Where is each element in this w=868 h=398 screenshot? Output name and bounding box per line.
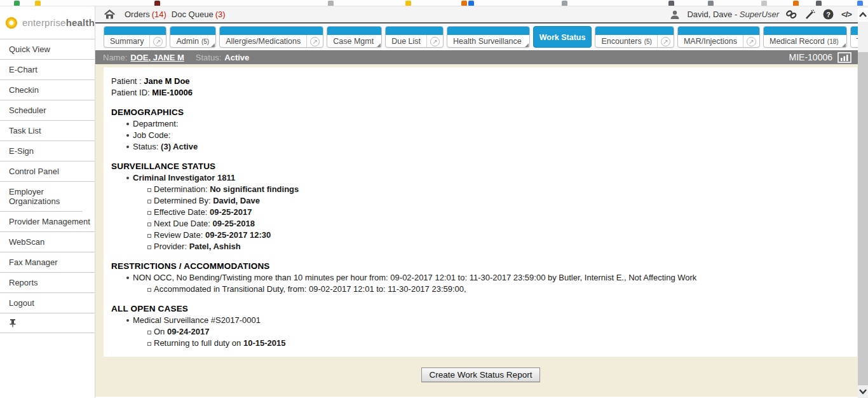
chart-stats-icon[interactable] (837, 52, 851, 63)
patient-line: Patient : Jane M Doe (111, 76, 848, 87)
header-left: Orders(14) Doc Queue(3) (103, 9, 668, 20)
demographics-item: Department: (111, 118, 848, 130)
surveillance-heading: SURVEILLANCE STATUS (111, 161, 848, 172)
tab-summary[interactable]: Summary ↗ (104, 26, 166, 48)
tab-case-mgmt[interactable]: Case Mgmt (327, 26, 382, 48)
bookmark-icon[interactable] (14, 1, 20, 6)
bookmark-icon[interactable] (793, 1, 799, 6)
create-work-status-report-button[interactable]: Create Work Status Report (421, 367, 541, 382)
content-area: Patient : Jane M Doe Patient ID: MIE-100… (95, 64, 858, 397)
tab-allergies-medications[interactable]: Allergies/Medications ↗ (219, 26, 323, 48)
link-icon[interactable] (785, 9, 797, 20)
surveillance-detail: Provider: Patel, Ashish (111, 241, 848, 252)
sidebar-item-e-chart[interactable]: E-Chart (0, 60, 95, 80)
popout-icon[interactable]: ↗ (306, 35, 323, 48)
top-header: Orders(14) Doc Queue(3) David, Dave - Su… (95, 6, 858, 24)
tab-due-list[interactable]: Due List ↗ (385, 26, 444, 48)
vertical-scrollbar[interactable] (858, 6, 868, 398)
bookmark-icon[interactable] (468, 1, 474, 6)
tab-mar-injections[interactable]: MAR/Injections ↗ (677, 26, 760, 48)
surveillance-detail: Determined By: David, Dave (111, 195, 848, 207)
sunflower-logo-icon (5, 11, 18, 35)
bookmark-icon[interactable] (405, 1, 411, 6)
surveillance-item-title: Criminal Investigator 1811 (111, 172, 848, 184)
bookmark-icon[interactable] (461, 1, 467, 6)
brand-logo[interactable]: enterprisehealth (0, 6, 95, 39)
dropdown-fold-icon (842, 43, 846, 47)
tab-admin[interactable]: Admin (5) (170, 26, 216, 48)
open-case-item: Medical Surveillance #S2017-0001 (111, 315, 848, 326)
bookmark-icon[interactable] (816, 1, 822, 6)
popout-icon[interactable]: ↗ (743, 35, 759, 48)
patient-info-bar: Name: DOE, JANE M Status: Active MIE-100… (95, 50, 858, 64)
demographics-item: Job Code: (111, 130, 848, 141)
open-case-detail: On 09-24-2017 (111, 326, 848, 338)
popout-icon[interactable]: ↗ (657, 35, 674, 48)
sidebar-item-fax-manager[interactable]: Fax Manager (0, 252, 95, 273)
app-window: enterprisehealth Quick View E-Chart Chec… (0, 0, 868, 398)
patient-id-line: Patient ID: MIE-10006 (111, 87, 848, 99)
restriction-item: NON OCC, No Bending/Twisting more than 1… (111, 272, 848, 284)
sidebar-item-reports[interactable]: Reports (0, 273, 95, 293)
main-area: Orders(14) Doc Queue(3) David, Dave - Su… (95, 6, 858, 398)
tab-medical-record[interactable]: Medical Record (18) (763, 26, 847, 48)
wand-icon[interactable] (803, 9, 816, 20)
bookmark-icon[interactable] (154, 1, 160, 6)
header-right: David, Dave - SuperUser (668, 9, 853, 20)
sidebar-item-logout[interactable]: Logout (0, 293, 95, 313)
tab-encounters[interactable]: Encounters (5) ↗ (595, 26, 674, 48)
surveillance-detail: Effective Date: 09-25-2017 (111, 207, 848, 218)
surveillance-detail: Determination: No significant findings (111, 184, 848, 195)
code-icon[interactable]: </> (840, 9, 853, 20)
popout-icon[interactable]: ↗ (426, 35, 443, 48)
sidebar-item-checkin[interactable]: Checkin (0, 80, 95, 100)
current-user[interactable]: David, Dave - SuperUser (687, 10, 779, 19)
restrictions-heading: RESTRICTIONS / ACCOMMODATIONS (111, 261, 848, 272)
bookmark-icon[interactable] (857, 1, 863, 6)
doc-queue-count: (3) (215, 10, 226, 19)
scrollbar-thumb[interactable] (858, 52, 868, 391)
sidebar-item-employer-organizations[interactable]: Employer Organizations (0, 182, 83, 212)
bookmark-icon[interactable] (35, 1, 41, 6)
scroll-up-icon[interactable] (858, 8, 868, 22)
tab-work-status[interactable]: Work Status (533, 26, 592, 48)
chart-tab-bar: Summary ↗ Admin (5) Allergies/Medication… (95, 24, 858, 50)
sidebar-item-task-list[interactable]: Task List (0, 121, 95, 141)
svg-text:?: ? (826, 11, 831, 18)
restriction-sub-item: Accommodated in Transitional Duty, from:… (111, 284, 848, 295)
dropdown-fold-icon (377, 43, 381, 47)
sidebar-item-e-sign[interactable]: E-Sign (0, 141, 95, 161)
surveillance-detail: Review Date: 09-25-2017 12:30 (111, 230, 848, 241)
bookmark-icon[interactable] (668, 1, 674, 6)
orders-count: (14) (152, 10, 166, 19)
patient-status: Active (224, 53, 249, 62)
patient-name-link[interactable]: DOE, JANE M (130, 53, 184, 62)
brand-name: enterprisehealth (22, 17, 95, 28)
bookmark-icon[interactable] (328, 1, 334, 6)
bookmark-icon[interactable] (761, 1, 767, 6)
demographics-heading: DEMOGRAPHICS (111, 107, 848, 118)
pushpin-icon (9, 319, 17, 327)
surveillance-detail: Next Due Date: 09-25-2018 (111, 218, 848, 230)
bookmark-icon[interactable] (562, 1, 567, 6)
open-cases-heading: ALL OPEN CASES (111, 303, 848, 315)
browser-bookmark-strip (0, 0, 868, 6)
sidebar-item-quick-view[interactable]: Quick View (0, 39, 95, 60)
orders-link[interactable]: Orders(14) (125, 10, 166, 19)
bookmark-icon[interactable] (708, 1, 714, 6)
home-icon[interactable] (103, 9, 116, 20)
dropdown-fold-icon (211, 43, 215, 47)
sidebar-item-scheduler[interactable]: Scheduler (0, 100, 95, 121)
sidebar-item-control-panel[interactable]: Control Panel (0, 161, 95, 182)
popout-icon[interactable]: ↗ (149, 35, 166, 48)
sidebar-pin-toggle[interactable] (0, 313, 95, 333)
patient-id: MIE-10006 (789, 52, 832, 62)
help-icon[interactable]: ? (822, 9, 834, 20)
dropdown-fold-icon (525, 43, 529, 47)
scroll-down-icon[interactable] (858, 385, 868, 398)
sidebar-item-webscan[interactable]: WebScan (0, 232, 95, 252)
user-icon (668, 9, 681, 20)
tab-health-surveillance[interactable]: Health Surveillance (447, 26, 530, 48)
doc-queue-link[interactable]: Doc Queue(3) (172, 10, 226, 19)
sidebar-item-provider-management[interactable]: Provider Management (0, 212, 95, 232)
